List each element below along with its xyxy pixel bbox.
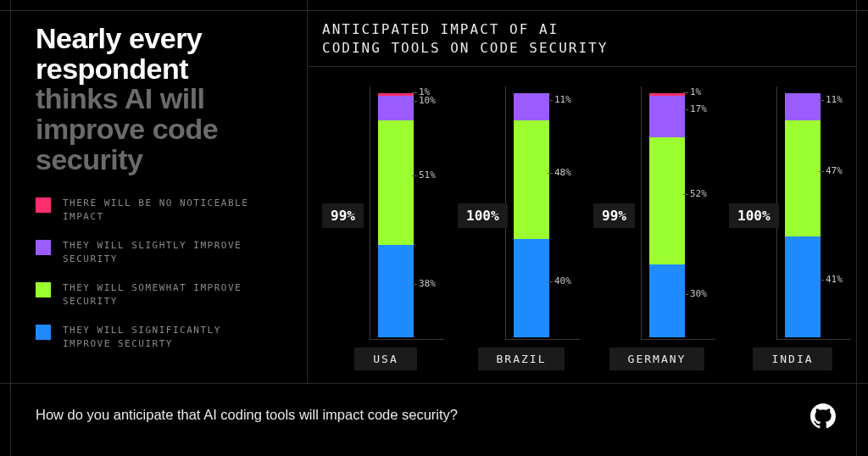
legend-label: THEY WILL SIGNIFICANTLY IMPROVE SECUIRTY: [63, 324, 249, 351]
headline-strong: Nearly every respondent: [36, 22, 202, 85]
legend: THERE WILL BE NO NOTICEABLE IMPACT THEY …: [36, 197, 281, 366]
segment-somewhat: [649, 137, 685, 264]
legend-item-no-impact: THERE WILL BE NO NOTICEABLE IMPACT: [36, 197, 281, 224]
segment-somewhat: [785, 120, 821, 236]
swatch-blue: [36, 325, 51, 340]
stacked-bar: [649, 93, 685, 337]
value-labels: 11%47%41%: [826, 86, 868, 334]
value-label-somewhat: 47%: [826, 165, 843, 176]
bar-group-brazil: 11%48%40%100%: [458, 86, 585, 341]
value-label-slightly: 17%: [690, 103, 707, 114]
swatch-purple: [36, 240, 51, 255]
segment-slightly: [514, 93, 549, 120]
segment-significantly: [514, 239, 549, 337]
segment-slightly: [378, 96, 414, 120]
axis-line: [641, 339, 715, 340]
headline: Nearly every respondent thinks AI will i…: [36, 24, 290, 175]
chart-title-line1: ANTICIPATED IMPACT OF AI: [322, 20, 831, 39]
segment-slightly: [785, 93, 821, 120]
infographic-frame: Nearly every respondent thinks AI will i…: [0, 0, 868, 456]
category-label-usa: USA: [322, 348, 449, 370]
value-label-somewhat: 48%: [554, 167, 571, 178]
category-label-brazil: BRAZIL: [458, 348, 585, 370]
category-label-india: INDIA: [729, 348, 856, 370]
total-badge: 99%: [593, 203, 635, 228]
value-label-significantly: 30%: [690, 288, 707, 299]
legend-label: THERE WILL BE NO NOTICEABLE IMPACT: [63, 197, 249, 224]
segment-significantly: [649, 264, 685, 337]
github-logo-icon: [810, 403, 836, 429]
headline-muted: thinks AI will improve code security: [36, 84, 290, 175]
swatch-pink: [36, 197, 51, 213]
stacked-bar: [514, 93, 549, 337]
bar-group-india: 11%47%41%100%: [729, 86, 856, 341]
axis-line: [505, 339, 580, 340]
axis-line: [370, 339, 444, 340]
total-badge: 100%: [729, 203, 779, 228]
value-label-significantly: 40%: [554, 275, 571, 286]
bar-group-usa: 1%10%51%38%99%: [322, 86, 449, 341]
total-badge: 99%: [322, 203, 364, 228]
legend-item-somewhat: THEY WILL SOMEWHAT IMPROVE SECURITY: [36, 281, 281, 309]
swatch-green: [36, 282, 51, 298]
legend-item-significantly: THEY WILL SIGNIFICANTLY IMPROVE SECUIRTY: [36, 324, 281, 351]
value-label-slightly: 10%: [419, 95, 436, 106]
category-label-text: INDIA: [753, 348, 832, 370]
value-label-significantly: 38%: [419, 278, 436, 289]
segment-significantly: [785, 236, 821, 337]
axis-line: [370, 86, 370, 339]
category-label-text: USA: [354, 348, 416, 370]
value-label-somewhat: 51%: [419, 170, 436, 181]
legend-label: THEY WILL SOMEWHAT IMPROVE SECURITY: [63, 281, 249, 309]
chart-divider: [308, 66, 856, 67]
footer-question: How do you anticipate that AI coding too…: [36, 407, 458, 423]
segment-slightly: [649, 96, 685, 137]
value-label-somewhat: 52%: [690, 188, 707, 199]
chart-title-line2: CODING TOOLS ON CODE SECURITY: [322, 39, 831, 58]
axis-line: [776, 339, 851, 340]
category-label-text: GERMANY: [609, 348, 705, 370]
stacked-bar: [785, 93, 821, 337]
legend-item-slightly: THEY WILL SLIGHTLY IMPROVE SECURITY: [36, 239, 281, 266]
segment-somewhat: [514, 120, 549, 239]
grid-line: [307, 0, 308, 383]
grid-line: [0, 383, 868, 384]
value-label-slightly: 11%: [554, 94, 571, 105]
grid-line: [10, 0, 11, 456]
segment-significantly: [378, 245, 414, 337]
value-label-no_impact: 1%: [690, 86, 701, 97]
category-labels: USABRAZILGERMANYINDIA: [322, 348, 856, 370]
category-label-text: BRAZIL: [478, 348, 565, 370]
stacked-bar: [378, 93, 414, 337]
chart-title: ANTICIPATED IMPACT OF AI CODING TOOLS ON…: [322, 20, 831, 57]
total-badge: 100%: [458, 203, 508, 228]
value-label-slightly: 11%: [826, 94, 843, 105]
legend-label: THEY WILL SLIGHTLY IMPROVE SECURITY: [63, 239, 249, 266]
axis-line: [641, 86, 642, 339]
category-label-germany: GERMANY: [593, 348, 721, 370]
segment-somewhat: [378, 120, 414, 245]
bar-group-germany: 1%17%52%30%99%: [593, 86, 721, 341]
value-label-significantly: 41%: [826, 274, 843, 285]
stacked-bar-chart: 1%10%51%38%99%11%48%40%100%1%17%52%30%99…: [322, 86, 856, 341]
grid-line: [0, 10, 868, 11]
